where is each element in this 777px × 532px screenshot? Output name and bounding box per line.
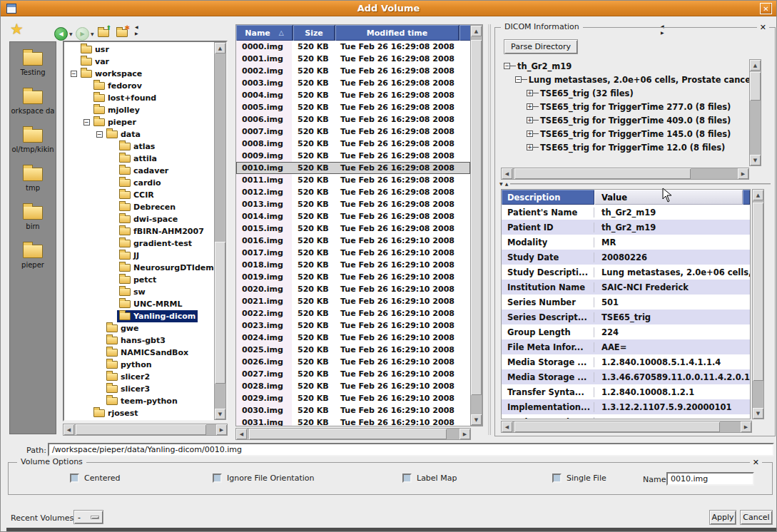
- file-row[interactable]: 0002.img520 KBTue Feb 26 16:29:08 2008: [236, 65, 470, 77]
- back-dropdown-icon[interactable]: ▼: [69, 31, 73, 36]
- scrollbar-thumb[interactable]: [249, 429, 447, 439]
- file-row[interactable]: 0003.img520 KBTue Feb 26 16:29:08 2008: [236, 77, 470, 89]
- table-row[interactable]: File Meta Infor...AAE=: [502, 339, 750, 354]
- tree-item[interactable]: var: [64, 56, 214, 68]
- new-folder-button[interactable]: ✱: [116, 29, 128, 37]
- expand-box-icon[interactable]: −: [83, 119, 90, 126]
- apply-button[interactable]: Apply: [709, 510, 736, 525]
- dicom-tree-vertical-scrollbar[interactable]: ▲ ▼: [749, 59, 761, 166]
- table-row[interactable]: Implementation...SIEMENS SWITCH: [502, 414, 750, 419]
- tree-item[interactable]: Debrecen: [64, 201, 214, 213]
- forward-button[interactable]: ▶: [76, 27, 89, 41]
- scroll-left-icon[interactable]: ◀: [236, 429, 247, 439]
- scroll-down-icon[interactable]: ▼: [750, 155, 761, 165]
- table-row[interactable]: Transfer Synta...1.2.840.10008.1.2.1: [502, 384, 750, 399]
- table-row[interactable]: Series Number501: [502, 295, 750, 310]
- scroll-left-icon[interactable]: ◀: [502, 168, 512, 179]
- dicom-tree-item[interactable]: +TSE65_trig for TriggerTime 145.0 (8 fil…: [501, 127, 749, 140]
- table-row[interactable]: Patient's Nameth_Gr2_m19: [502, 205, 750, 220]
- tree-item[interactable]: slicer2: [64, 371, 214, 383]
- file-row[interactable]: 0028.img520 KBTue Feb 26 16:29:10 2008: [236, 380, 470, 392]
- volume-options-close-icon[interactable]: ✕: [750, 458, 762, 467]
- checkbox-box[interactable]: [402, 474, 412, 483]
- tree-item[interactable]: sw: [64, 286, 214, 298]
- checkbox-box[interactable]: [213, 474, 222, 483]
- tree-item[interactable]: NeurosurgDTIdemo2008: [64, 262, 214, 274]
- file-list-vertical-scrollbar[interactable]: ▲ ▼: [470, 25, 482, 426]
- pane-sash-grip[interactable]: ◀▶: [135, 25, 141, 36]
- recent-volumes-menubutton[interactable]: -: [73, 510, 103, 524]
- tree-item[interactable]: Yanling-dicom: [64, 310, 214, 322]
- file-row[interactable]: 0010.img520 KBTue Feb 26 16:29:08 2008: [236, 162, 470, 174]
- back-button[interactable]: ◀: [54, 27, 68, 41]
- file-row[interactable]: 0026.img520 KBTue Feb 26 16:29:10 2008: [236, 356, 470, 368]
- table-row[interactable]: ModalityMR: [502, 235, 750, 250]
- expand-box-icon[interactable]: −: [71, 71, 77, 77]
- tree-item[interactable]: gwe: [64, 322, 214, 334]
- file-row[interactable]: 0015.img520 KBTue Feb 26 16:29:08 2008: [236, 222, 470, 235]
- column-header-description[interactable]: Description: [502, 190, 594, 205]
- tree-item[interactable]: JJ: [64, 250, 214, 262]
- tree-item[interactable]: slicer3: [64, 383, 214, 395]
- expand-box-icon[interactable]: +: [527, 90, 533, 96]
- table-row[interactable]: Media Storage ...1.2.840.10008.5.1.4.1.1…: [502, 354, 750, 369]
- file-list-horizontal-scrollbar[interactable]: ◀ ▶: [235, 428, 471, 440]
- scroll-up-icon[interactable]: ▲: [471, 26, 482, 36]
- file-row[interactable]: 0013.img520 KBTue Feb 26 16:29:08 2008: [236, 198, 470, 210]
- tree-item[interactable]: lost+found: [64, 92, 214, 104]
- tree-item[interactable]: petct: [64, 274, 214, 286]
- table-row[interactable]: Study Date20080226: [502, 250, 750, 265]
- file-row[interactable]: 0021.img520 KBTue Feb 26 16:29:10 2008: [236, 295, 470, 307]
- table-row[interactable]: Implementation...1.3.12.2.1107.5.9.20000…: [502, 399, 750, 414]
- scrollbar-thumb[interactable]: [514, 168, 690, 179]
- scroll-up-icon[interactable]: ▲: [750, 60, 761, 71]
- column-header-size[interactable]: Size: [293, 25, 335, 41]
- file-row[interactable]: 0025.img520 KBTue Feb 26 16:29:10 2008: [236, 344, 470, 356]
- expand-box-icon[interactable]: −: [504, 63, 510, 69]
- dicom-tree-item[interactable]: +TSE65_trig for TriggerTime 409.0 (8 fil…: [501, 113, 749, 127]
- file-row[interactable]: 0023.img520 KBTue Feb 26 16:29:10 2008: [236, 319, 470, 332]
- checkbox-centered[interactable]: Centered: [70, 474, 121, 483]
- file-row[interactable]: 0008.img520 KBTue Feb 26 16:29:08 2008: [236, 138, 470, 150]
- table-row[interactable]: Media Storage ...1.3.46.670589.11.0.0.11…: [502, 369, 750, 384]
- scrollbar-thumb[interactable]: [514, 421, 720, 432]
- cancel-button[interactable]: Cancel: [740, 510, 773, 525]
- file-row[interactable]: 0031.img520 KBTue Feb 26 16:29:10 2008: [236, 416, 470, 426]
- checkbox-box[interactable]: [552, 474, 562, 483]
- scroll-left-icon[interactable]: ◀: [64, 424, 74, 435]
- file-row[interactable]: 0000.img520 KBTue Feb 26 16:29:08 2008: [236, 41, 470, 53]
- tree-item[interactable]: −workspace: [64, 68, 214, 80]
- file-row[interactable]: 0016.img520 KBTue Feb 26 16:29:10 2008: [236, 235, 470, 247]
- dicom-tree-item[interactable]: +TSE65_trig (32 files): [501, 86, 749, 100]
- column-header-name[interactable]: Name △: [236, 25, 293, 41]
- expand-box-icon[interactable]: +: [527, 103, 533, 110]
- file-row[interactable]: 0001.img520 KBTue Feb 26 16:29:08 2008: [236, 53, 470, 65]
- checkbox-box[interactable]: [70, 474, 79, 483]
- tree-item[interactable]: usr: [64, 44, 214, 56]
- sidebar-shortcut[interactable]: birn: [9, 206, 56, 230]
- table-row[interactable]: Group Length224: [502, 324, 750, 339]
- file-row[interactable]: 0004.img520 KBTue Feb 26 16:29:08 2008: [236, 89, 470, 101]
- dicom-table-vertical-scrollbar[interactable]: ▲ ▼: [752, 189, 764, 419]
- tree-item[interactable]: attila: [64, 153, 214, 165]
- scroll-up-icon[interactable]: ▲: [215, 43, 225, 53]
- scroll-down-icon[interactable]: ▼: [215, 409, 225, 419]
- tree-item[interactable]: atlas: [64, 140, 214, 153]
- dicom-tree-item[interactable]: +TSE65_trig for TriggerTime 12.0 (8 file…: [501, 140, 749, 154]
- file-row[interactable]: 0007.img520 KBTue Feb 26 16:29:08 2008: [236, 126, 470, 138]
- sidebar-shortcut[interactable]: tmp: [9, 168, 56, 192]
- file-row[interactable]: 0011.img520 KBTue Feb 26 16:29:08 2008: [236, 174, 470, 186]
- file-row[interactable]: 0012.img520 KBTue Feb 26 16:29:08 2008: [236, 186, 470, 198]
- tree-item[interactable]: UNC-MRML: [64, 298, 214, 310]
- tree-horizontal-scrollbar[interactable]: ◀ ▶: [63, 424, 228, 436]
- window-close-button[interactable]: ✕: [760, 3, 772, 14]
- tree-item[interactable]: −data: [64, 128, 214, 140]
- tree-item[interactable]: fedorov: [64, 80, 214, 92]
- up-directory-button[interactable]: ⬆: [98, 29, 109, 37]
- file-row[interactable]: 0014.img520 KBTue Feb 26 16:29:08 2008: [236, 210, 470, 222]
- expand-box-icon[interactable]: +: [527, 117, 533, 123]
- favorites-star-icon[interactable]: ★: [10, 21, 24, 38]
- tree-item[interactable]: cadaver: [64, 165, 214, 177]
- tree-item[interactable]: teem-python: [64, 395, 214, 407]
- tree-vertical-scrollbar[interactable]: ▲ ▼: [214, 42, 226, 420]
